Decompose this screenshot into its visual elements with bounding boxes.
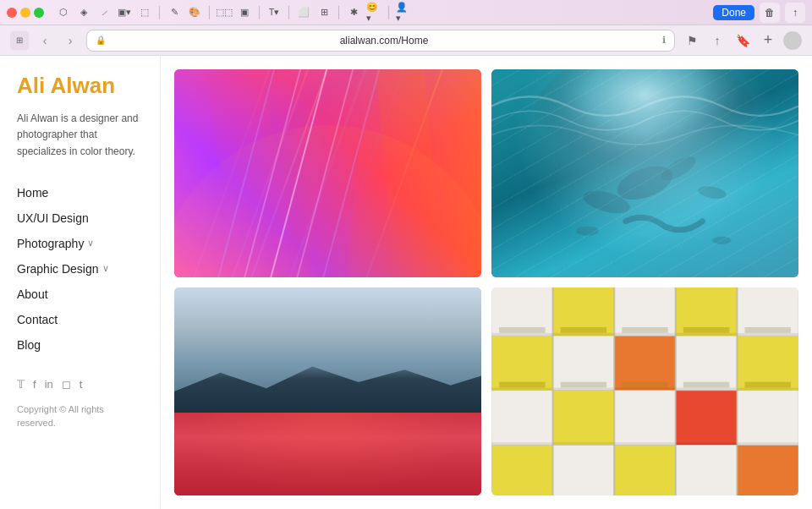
toolbar-separator-1 [159, 6, 160, 19]
toolbar-icon-2[interactable]: ◈ [76, 5, 91, 20]
svg-rect-48 [737, 391, 798, 446]
svg-rect-61 [622, 382, 667, 388]
svg-rect-54 [499, 327, 545, 333]
photo-grid [161, 56, 812, 509]
twitter-icon[interactable]: 𝕋 [17, 378, 25, 391]
svg-rect-46 [614, 391, 676, 446]
nav-item-blog[interactable]: Blog [17, 332, 143, 358]
toolbar-separator-4 [288, 6, 289, 19]
toolbar-icon-8[interactable]: ▣ [237, 5, 252, 20]
toolbar-icon-4[interactable]: ⬚ [137, 5, 152, 20]
toolbar-icon-11[interactable]: ⊞ [316, 5, 332, 20]
svg-rect-57 [683, 327, 729, 333]
window-controls [7, 8, 44, 18]
photo-4[interactable] [491, 287, 798, 495]
forward-button[interactable]: › [61, 31, 80, 50]
photo-3-field [174, 413, 481, 495]
new-tab-button[interactable]: + [758, 30, 778, 51]
share-browser-icon[interactable]: ↑ [707, 30, 727, 51]
svg-rect-55 [561, 327, 606, 333]
instagram-icon[interactable]: ◻ [62, 378, 71, 391]
svg-rect-62 [683, 382, 729, 388]
svg-rect-59 [499, 382, 545, 388]
tumblr-icon[interactable]: t [80, 378, 83, 391]
close-button[interactable] [7, 8, 17, 18]
svg-rect-44 [491, 391, 553, 446]
social-icons: 𝕋 f in ◻ t [17, 378, 143, 391]
svg-rect-45 [553, 391, 615, 446]
photo-2[interactable] [491, 69, 798, 277]
toolbar-icon-9[interactable]: T▾ [266, 5, 282, 20]
svg-rect-49 [491, 446, 553, 495]
toolbar-separator-2 [209, 6, 210, 19]
svg-rect-53 [737, 446, 798, 495]
copyright-text: Copyright © All rights reserved. [17, 402, 143, 430]
connection-icon: ℹ [662, 35, 666, 46]
trash-icon[interactable]: 🗑 [760, 3, 780, 23]
svg-rect-51 [614, 446, 676, 495]
toolbar-icon-7[interactable]: ⬚⬚ [217, 5, 232, 20]
toolbar-icon-14[interactable]: 👤▾ [396, 5, 411, 20]
reader-icon[interactable]: ⚑ [682, 30, 702, 51]
photo-1[interactable] [174, 69, 481, 277]
svg-rect-47 [676, 391, 738, 446]
toolbar-separator-6 [388, 6, 389, 19]
toolbar-icon-6[interactable]: 🎨 [187, 5, 202, 20]
facebook-icon[interactable]: f [33, 378, 36, 391]
nav-item-home[interactable]: Home [17, 180, 143, 205]
tab-strip: ⊞ [10, 31, 29, 50]
bookmark-icon[interactable]: 🔖 [732, 30, 753, 51]
linkedin-icon[interactable]: in [45, 378, 53, 391]
photo-2-overlay [491, 69, 798, 277]
nav-item-about[interactable]: About [17, 282, 143, 307]
svg-rect-70 [736, 287, 738, 495]
nav-item-contact[interactable]: Contact [17, 307, 143, 332]
minimize-button[interactable] [20, 8, 30, 18]
browser-chrome: ⊞ ‹ › 🔒 alialwan.com/Home ℹ ⚑ ↑ 🔖 + [0, 25, 812, 56]
toolbar-group-1[interactable]: ▣▾ [117, 5, 132, 20]
url-text: alialwan.com/Home [111, 35, 657, 47]
svg-rect-67 [551, 287, 553, 495]
nav-menu: Home UX/UI Design Photography ∨ Graphic … [17, 180, 143, 358]
site-title: Ali Alwan [17, 73, 143, 99]
done-button[interactable]: Done [713, 5, 754, 20]
nav-item-photography[interactable]: Photography ∨ [17, 231, 143, 256]
toolbar-separator-3 [259, 6, 260, 19]
toolbar-icon-1[interactable]: ⬡ [56, 5, 71, 20]
toolbar-icon-13[interactable]: 😊▾ [366, 5, 381, 20]
top-toolbar: ⬡ ◈ ⟋ ▣▾ ⬚ ✎ 🎨 ⬚⬚ ▣ T▾ ⬜ ⊞ ✱ 😊▾ 👤▾ Done … [0, 0, 812, 25]
svg-rect-64 [491, 333, 798, 336]
chevron-down-icon: ∨ [87, 238, 94, 249]
toolbar-icon-3[interactable]: ⟋ [96, 5, 112, 20]
photo-4-svg [491, 287, 798, 495]
nav-item-uxui[interactable]: UX/UI Design [17, 205, 143, 231]
tab-grid-icon[interactable]: ⊞ [10, 31, 29, 50]
toolbar-icon-10[interactable]: ⬜ [296, 5, 311, 20]
photo-1-overlay [174, 69, 481, 277]
site-description: Ali Alwan is a designer and photographer… [17, 111, 143, 160]
share-icon[interactable]: ↑ [785, 3, 805, 23]
svg-rect-66 [491, 442, 798, 445]
browser-right-icons: ⚑ ↑ 🔖 + [682, 30, 802, 51]
chevron-down-icon-2: ∨ [102, 263, 109, 274]
svg-rect-63 [744, 382, 790, 388]
sidebar: Ali Alwan Ali Alwan is a designer and ph… [0, 56, 161, 509]
toolbar-icon-12[interactable]: ✱ [346, 5, 361, 20]
svg-rect-56 [622, 327, 667, 333]
back-button[interactable]: ‹ [36, 31, 54, 50]
lock-icon: 🔒 [96, 36, 106, 45]
toolbar-separator-5 [338, 6, 339, 19]
photo-3-mountains [174, 354, 481, 417]
nav-item-graphic-design[interactable]: Graphic Design ∨ [17, 256, 143, 282]
toolbar-icon-5[interactable]: ✎ [167, 5, 182, 20]
svg-rect-52 [676, 446, 738, 495]
photo-3[interactable] [174, 287, 481, 495]
svg-rect-60 [561, 382, 606, 388]
svg-rect-68 [613, 287, 615, 495]
maximize-button[interactable] [34, 8, 44, 18]
profile-icon[interactable] [783, 31, 802, 50]
address-bar[interactable]: 🔒 alialwan.com/Home ℹ [86, 30, 675, 52]
svg-rect-69 [675, 287, 677, 495]
svg-rect-65 [491, 387, 798, 390]
svg-rect-50 [553, 446, 615, 495]
